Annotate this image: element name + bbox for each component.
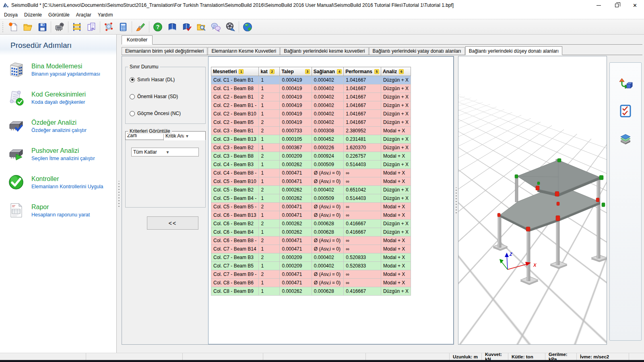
- step-checks[interactable]: KontrollerElemanların Kontrollerini Uygu…: [6, 173, 116, 191]
- model-viewer-button[interactable]: [101, 20, 116, 34]
- subtab-unit-deformations[interactable]: Elemanların birim şekil değiştirmeleri: [122, 47, 207, 55]
- table-row[interactable]: Col. C6 - Beam B4 1 0.000262 0.000628 0.…: [211, 228, 411, 237]
- subtab-joint-shear[interactable]: Bağlantı yerlerindeki kesme kuvvetleri: [280, 47, 368, 55]
- verify-book-button[interactable]: [180, 20, 194, 34]
- table-row[interactable]: Col. C2 - Beam B10 1 0.000419 0.000402 1…: [211, 110, 411, 118]
- radio-near-collapse[interactable]: Göçme Öncesi (NC): [130, 111, 202, 116]
- criteria-group: Kriterleri Görüntüle Kritik Analiz▼ Tüm …: [125, 131, 206, 208]
- menu-duzenle[interactable]: Düzenle: [21, 11, 45, 19]
- radio-limited-damage[interactable]: Sınırlı Hasar (DL): [130, 77, 202, 82]
- step-eigenvalue-analysis[interactable]: Özdeğer AnaliziÖzdeğer analizini çalıştı…: [6, 117, 116, 135]
- table-row[interactable]: Col. C1 - Beam B8 1 0.000419 0.000402 1.…: [211, 84, 411, 93]
- cell-talep: 0.000419: [280, 93, 312, 101]
- step-report[interactable]: RaporHesapların raporunu yarat: [6, 202, 116, 219]
- step-code-requirements[interactable]: Kod GereksinimleriKoda dayalı değişkenle…: [6, 89, 116, 107]
- cell-analiz: Düzgün + X: [381, 228, 411, 237]
- table-row[interactable]: Col. C5 - Beam B4 - 1 0.000262 0.000509 …: [211, 194, 411, 203]
- save-button[interactable]: [35, 20, 50, 34]
- web-globe-button[interactable]: [240, 20, 255, 34]
- cell-mesnet: Col. C2 - Beam B5: [211, 118, 259, 127]
- table-row[interactable]: Col. C4 - Beam B3 1 0.000262 0.000509 0.…: [211, 160, 411, 169]
- help-button[interactable]: ?: [151, 20, 165, 34]
- memory-settings-button[interactable]: [52, 20, 67, 34]
- column-number-badge: 3: [305, 69, 310, 74]
- menu-goruntule[interactable]: Görüntüle: [45, 11, 73, 19]
- paintbrush-button[interactable]: [133, 20, 148, 34]
- step-building-modelling[interactable]: Bina ModellemesiBinanın yapısal yapıland…: [6, 61, 116, 78]
- 3d-viewport[interactable]: X Z: [458, 56, 607, 345]
- table-row[interactable]: Col. C3 - Beam B2 1 0.000367 0.000226 1.…: [211, 144, 411, 152]
- storey-dropdown[interactable]: Tüm Katlar▼: [131, 148, 199, 156]
- cell-mesnet: Col. C1 - Beam B8: [211, 84, 259, 93]
- report-button[interactable]: [84, 20, 99, 34]
- cell-mesnet: Col. C7 - Beam B14: [211, 245, 259, 253]
- tab-kontroller[interactable]: Kontroller: [122, 35, 153, 45]
- cell-mesnet: Col. C3 - Beam B13: [211, 135, 259, 144]
- cell-analiz: Modal + X: [381, 177, 411, 186]
- subtab-joint-horizontal-reinforcement[interactable]: Bağlantı yerlerindeki yatay donatı alanl…: [369, 47, 465, 55]
- slab-layers-button[interactable]: [616, 129, 635, 146]
- cell-performans: 1.620370: [344, 144, 381, 152]
- cell-analiz: Modal + X: [381, 203, 411, 211]
- menu-yardim[interactable]: Yardım: [95, 11, 116, 19]
- radio-significant-damage[interactable]: Önemli Hasar (SD): [130, 94, 202, 99]
- calculator-button[interactable]: [116, 20, 130, 34]
- table-row[interactable]: Col. C8 - Beam B6 1 0.000471 Ø (Asv,i = …: [211, 279, 411, 287]
- cell-analiz: Düzgün + X: [381, 220, 411, 228]
- table-row[interactable]: Col. C3 - Beam B8 2 0.000209 0.000924 0.…: [211, 152, 411, 160]
- table-row[interactable]: Col. C2 - Beam B1 2 0.000419 0.000402 1.…: [211, 93, 411, 101]
- table-row[interactable]: Col. C2 - Beam B5 2 0.000419 0.000402 1.…: [211, 118, 411, 127]
- table-row[interactable]: Col. C6 - Beam B2 2 0.000262 0.000628 0.…: [211, 220, 411, 228]
- col-header-performans[interactable]: Performans5: [344, 67, 381, 76]
- table-row[interactable]: Col. C7 - Beam B3 2 0.000209 0.000402 0.…: [211, 253, 411, 262]
- restore-button[interactable]: [608, 0, 626, 10]
- table-row[interactable]: Col. C7 - Beam B5 1 0.000209 0.000402 0.…: [211, 262, 411, 270]
- table-row[interactable]: Col. C3 - Beam B1 2 0.000733 0.000308 2.…: [211, 127, 411, 135]
- table-row[interactable]: Col. C7 - Beam B14 1 0.000471 Ø (Asv,i =…: [211, 245, 411, 253]
- table-row[interactable]: Col. C6 - Beam B8 - 2 0.000471 Ø (Asv,i …: [211, 237, 411, 245]
- manual-book-button[interactable]: [165, 20, 180, 34]
- checks-display-button[interactable]: [616, 102, 635, 120]
- subtab-element-shear[interactable]: Elemanların Kesme Kuvvetleri: [208, 47, 280, 55]
- deformed-shape-view-button[interactable]: [616, 76, 635, 93]
- table-row[interactable]: Col. C2 - Beam B1 - 1 0.000419 0.000402 …: [211, 101, 411, 110]
- sidebar-splitter[interactable]: [117, 35, 121, 353]
- cell-analiz: Düzgün + X: [381, 135, 411, 144]
- table-row[interactable]: Col. C7 - Beam B9 - 2 0.000471 Ø (Asv,i …: [211, 270, 411, 279]
- tutorial-videos-button[interactable]: [223, 20, 237, 34]
- feedback-button[interactable]: [208, 20, 223, 34]
- table-row[interactable]: Col. C5 - Beam B10 1 0.000471 Ø (Asv,i =…: [211, 177, 411, 186]
- table-view-splitter[interactable]: [454, 56, 458, 345]
- col-header-saglanan[interactable]: Sağlanan4: [312, 67, 343, 76]
- table-row[interactable]: Col. C3 - Beam B13 1 0.000105 0.000452 0…: [211, 135, 411, 144]
- menu-dosya[interactable]: Dosya: [1, 11, 21, 19]
- close-button[interactable]: ✕: [626, 0, 644, 10]
- col-header-mesnetleri[interactable]: Mesnetleri1: [211, 67, 259, 76]
- search-folder-button[interactable]: [194, 20, 208, 34]
- cell-kat: 2: [259, 253, 280, 262]
- table-row[interactable]: Col. C1 - Beam B1 1 0.000419 0.000402 1.…: [211, 76, 411, 84]
- cell-performans: 0.226757: [344, 152, 381, 160]
- storey-editor-button[interactable]: [70, 20, 84, 34]
- table-row[interactable]: Col. C8 - Beam B9 1 0.000262 0.000628 0.…: [211, 287, 411, 296]
- status-acceleration-unit: İvme: m/sec2: [576, 353, 629, 360]
- toolbar-grip[interactable]: [2, 22, 5, 32]
- new-document-button[interactable]: [6, 20, 21, 34]
- cell-mesnet: Col. C6 - Beam B2: [211, 220, 259, 228]
- col-header-talep[interactable]: Talep3: [280, 67, 312, 76]
- table-row[interactable]: Col. C4 - Beam B8 - 1 0.000471 Ø (Asv,i …: [211, 169, 411, 177]
- menu-araclar[interactable]: Araçlar: [73, 11, 95, 19]
- table-row[interactable]: Col. C5 - Beam B2 2 0.000262 0.000402 0.…: [211, 186, 411, 194]
- table-row[interactable]: Col. C5 - Beam B5 - 2 0.000471 Ø (Asv,i …: [211, 203, 411, 211]
- open-project-button[interactable]: [21, 20, 35, 34]
- table-row[interactable]: Col. C6 - Beam B13 1 0.000471 Ø (Asv,i =…: [211, 211, 411, 220]
- col-header-kat[interactable]: kat2: [259, 67, 280, 76]
- subtab-joint-vertical-reinforcement[interactable]: Bağlantı yerlerindeki düşey donatı alanl…: [465, 46, 562, 55]
- checks-panel: Sınır Durumu Sınırlı Hasar (DL) Önemli H…: [122, 56, 454, 345]
- status-empty-segment: [0, 353, 86, 360]
- col-header-analiz[interactable]: Analiz6: [381, 67, 411, 76]
- collapse-panel-button[interactable]: <<: [147, 216, 198, 230]
- cell-talep: 0.000471: [280, 177, 312, 186]
- step-pushover-analysis[interactable]: Pushover AnaliziSeçilen İtme analizini ç…: [6, 145, 116, 163]
- minimize-button[interactable]: [590, 0, 608, 10]
